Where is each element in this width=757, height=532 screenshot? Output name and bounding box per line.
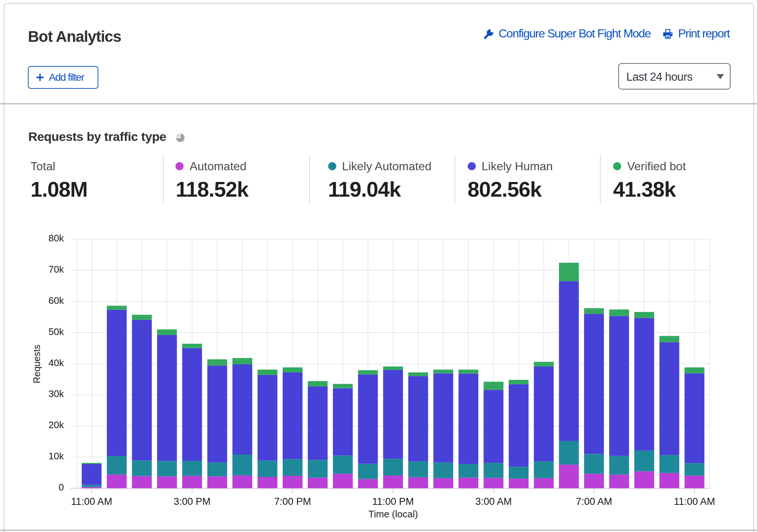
svg-text:50k: 50k bbox=[48, 326, 64, 337]
svg-text:70k: 70k bbox=[48, 264, 64, 275]
svg-text:10k: 10k bbox=[48, 451, 64, 462]
svg-text:Time (local): Time (local) bbox=[369, 509, 418, 520]
svg-text:7:00 PM: 7:00 PM bbox=[274, 496, 311, 507]
svg-text:11:00 AM: 11:00 AM bbox=[71, 496, 112, 507]
svg-text:Requests: Requests bbox=[32, 345, 42, 383]
svg-text:3:00 AM: 3:00 AM bbox=[475, 496, 512, 507]
svg-text:40k: 40k bbox=[48, 357, 64, 368]
svg-text:3:00 PM: 3:00 PM bbox=[174, 496, 211, 507]
svg-text:11:00 AM: 11:00 AM bbox=[674, 496, 715, 507]
svg-text:30k: 30k bbox=[48, 388, 64, 399]
svg-text:11:00 PM: 11:00 PM bbox=[372, 496, 414, 507]
svg-text:0: 0 bbox=[59, 482, 64, 493]
svg-text:7:00 AM: 7:00 AM bbox=[576, 496, 612, 507]
svg-text:80k: 80k bbox=[48, 233, 64, 244]
svg-text:20k: 20k bbox=[48, 419, 64, 430]
svg-text:60k: 60k bbox=[48, 295, 64, 306]
